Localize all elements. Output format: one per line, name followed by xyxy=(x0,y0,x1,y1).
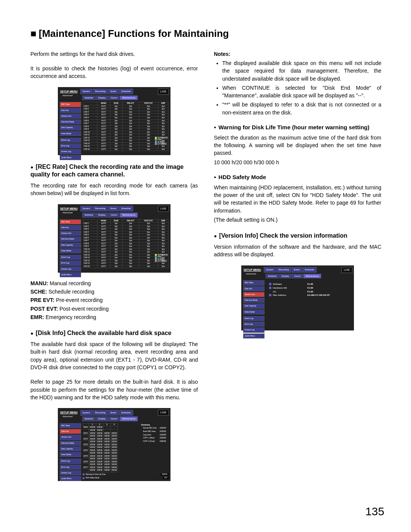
subtab-maintenance[interactable]: Maintenance xyxy=(120,213,137,218)
disk-info-panel: SETUP MENUSystemRecordingEventScheduleLI… xyxy=(58,408,170,480)
sidenav-version-info[interactable]: Version Info xyxy=(60,231,81,236)
tab-system[interactable]: System xyxy=(80,410,92,416)
advanced-label: Advanced xyxy=(62,211,73,214)
tab-schedule[interactable]: Schedule xyxy=(119,89,133,94)
setup-menu-label: SETUP MENU xyxy=(60,411,78,414)
right-column: Notes: The displayed available disk spac… xyxy=(214,50,381,488)
notes-label: Notes: xyxy=(214,50,381,58)
warning-heading: Warning for Disk Life Time (hour meter w… xyxy=(214,123,381,132)
sidenav-error-log[interactable]: Error Log xyxy=(60,260,81,265)
subtab-display[interactable]: Display xyxy=(279,274,292,279)
tab-event[interactable]: Event xyxy=(108,89,118,94)
advanced-label: Advanced xyxy=(62,415,73,418)
sidenav-access-log[interactable]: Access Log xyxy=(60,149,81,154)
subtab-switcher[interactable]: Switcher xyxy=(82,213,96,218)
tab-recording[interactable]: Recording xyxy=(93,410,108,416)
warning-body: Select the duration as the maximum activ… xyxy=(214,134,381,157)
disk-info-body-1: The available hard disk space of the fol… xyxy=(30,340,198,371)
tab-schedule[interactable]: Schedule xyxy=(119,410,133,416)
disk-info-body-2: Refer to page 25 for more details on the… xyxy=(30,378,198,401)
subtab-display[interactable]: Display xyxy=(96,95,108,100)
disk-info-heading: [Disk Info] Check the available hard dis… xyxy=(30,329,198,337)
subtab-maintenance[interactable]: Maintenance xyxy=(120,95,137,100)
advanced-label: Advanced xyxy=(62,94,73,97)
tab-event[interactable]: Event xyxy=(108,410,118,416)
sidenav-disk-info[interactable]: Disk Info xyxy=(60,429,81,434)
tab-recording[interactable]: Recording xyxy=(93,206,108,211)
tab-recording[interactable]: Recording xyxy=(93,89,108,94)
sidenav-disk-info[interactable]: Disk Info xyxy=(60,225,81,230)
sidenav-disk-capacity[interactable]: Disk Capacity xyxy=(60,125,81,130)
setup-menu-label: SETUP MENU xyxy=(244,268,261,272)
sidenav-disk-end-mode[interactable]: Disk End Mode xyxy=(243,298,264,303)
subtab-switcher[interactable]: Switcher xyxy=(82,416,96,421)
sidenav-rec-rate[interactable]: REC Rate xyxy=(243,280,264,285)
advanced-label: Advanced xyxy=(246,272,256,276)
sidenav-disk-end-mode[interactable]: Disk End Mode xyxy=(60,119,81,124)
sidenav-access-log[interactable]: Access Log xyxy=(60,470,81,475)
rec-rate-heading: [REC Rate] Check the recording rate and … xyxy=(30,163,198,179)
tab-event[interactable]: Event xyxy=(108,206,118,211)
sidenav-disk-capacity[interactable]: Disk Capacity xyxy=(243,303,264,308)
tab-system[interactable]: System xyxy=(80,206,92,211)
subtab-maintenance[interactable]: Maintenance xyxy=(303,274,321,279)
sidenav-disk-capacity[interactable]: Disk Capacity xyxy=(60,243,81,248)
sidenav-quick-menu[interactable]: Quick Menu xyxy=(60,272,81,277)
sidenav-data-delete[interactable]: Data Delete xyxy=(60,131,81,136)
live-button[interactable]: LIVE xyxy=(158,89,169,95)
sidenav-event-log[interactable]: Event Log xyxy=(243,316,264,321)
rec-mode-definitions: MANU: Manual recording SCHE: Schedule re… xyxy=(30,279,198,321)
sidenav-disk-capacity[interactable]: Disk Capacity xyxy=(60,446,81,451)
sidenav-event-log[interactable]: Event Log xyxy=(60,459,81,464)
sidenav-quick-menu[interactable]: Quick Menu xyxy=(60,476,81,481)
subtab-switcher[interactable]: Switcher xyxy=(266,274,279,279)
rec-rate-panel-1: SETUP MENUSystemRecordingEventScheduleLI… xyxy=(58,87,170,155)
sidenav-event-log[interactable]: Event Log xyxy=(60,255,81,260)
sidenav-disk-info[interactable]: Disk Info xyxy=(60,108,81,113)
sidenav-disk-end-mode[interactable]: Disk End Mode xyxy=(60,441,81,446)
sidenav-version-info[interactable]: Version Info xyxy=(60,114,81,119)
notes-item: The displayed available disk space on th… xyxy=(222,59,381,83)
sidenav-error-log[interactable]: Error Log xyxy=(60,143,81,148)
sidenav-data-delete[interactable]: Data Delete xyxy=(60,248,81,253)
sidenav-disk-info[interactable]: Disk Info xyxy=(243,286,264,291)
subtab-comm[interactable]: Comm xyxy=(108,213,120,218)
sidenav-data-delete[interactable]: Data Delete xyxy=(243,310,264,314)
subtab-display[interactable]: Display xyxy=(96,213,108,218)
rec-rate-body: The recording rate for each recording mo… xyxy=(30,182,198,197)
sidenav-event-log[interactable]: Event Log xyxy=(60,138,81,143)
sidenav-error-log[interactable]: Error Log xyxy=(60,465,81,470)
version-info-panel: SETUP MENUSystemRecordingEventScheduleLI… xyxy=(241,265,354,330)
tab-recording[interactable]: Recording xyxy=(276,267,291,273)
subtab-maintenance[interactable]: Maintenance xyxy=(120,416,137,421)
sidenav-access-log[interactable]: Access Log xyxy=(60,267,81,272)
sidenav-quick-menu[interactable]: Quick Menu xyxy=(60,155,81,160)
setup-menu-label: SETUP MENU xyxy=(60,207,78,211)
tab-system[interactable]: System xyxy=(264,267,276,273)
tab-schedule[interactable]: Schedule xyxy=(303,267,317,273)
subtab-switcher[interactable]: Switcher xyxy=(82,95,96,100)
live-button[interactable]: LIVE xyxy=(341,267,352,273)
tab-system[interactable]: System xyxy=(80,89,92,94)
sidenav-version-info[interactable]: Version Info xyxy=(243,292,264,297)
sidenav-rec-rate[interactable]: REC Rate xyxy=(60,423,81,428)
tab-schedule[interactable]: Schedule xyxy=(119,206,133,211)
subtab-comm[interactable]: Comm xyxy=(108,95,120,100)
sidenav-version-info[interactable]: Version Info xyxy=(60,435,81,440)
subtab-display[interactable]: Display xyxy=(96,416,108,421)
live-button[interactable]: LIVE xyxy=(158,206,169,212)
notes-item: When CONTINUE is selected for "Disk End … xyxy=(222,84,381,100)
sidenav-quick-menu[interactable]: Quick Menu xyxy=(243,333,264,338)
sidenav-error-log[interactable]: Error Log xyxy=(243,322,264,327)
hdd-safety-default: (The default setting is ON.) xyxy=(214,216,381,224)
hdd-safety-heading: HDD Safety Mode xyxy=(214,173,381,181)
sidenav-disk-end-mode[interactable]: Disk End Mode xyxy=(60,237,81,241)
tab-event[interactable]: Event xyxy=(292,267,302,273)
sidenav-rec-rate[interactable]: REC Rate xyxy=(60,219,81,224)
sidenav-access-log[interactable]: Access Log xyxy=(243,327,264,332)
subtab-comm[interactable]: Comm xyxy=(108,416,120,421)
subtab-comm[interactable]: Comm xyxy=(292,274,303,279)
live-button[interactable]: LIVE xyxy=(158,410,169,416)
sidenav-data-delete[interactable]: Data Delete xyxy=(60,452,81,457)
sidenav-rec-rate[interactable]: REC Rate xyxy=(60,102,81,107)
